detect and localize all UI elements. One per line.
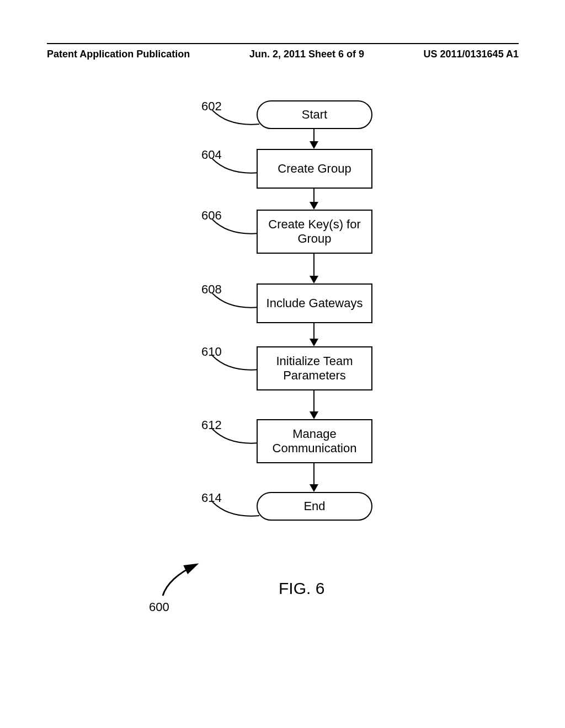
node-manage-comm: Manage Communication bbox=[257, 419, 372, 463]
node-create-group-label: Create Group bbox=[278, 162, 351, 176]
leader-604 bbox=[210, 156, 262, 178]
node-initialize-team-label: Initialize Team Parameters bbox=[258, 354, 371, 383]
ref-600: 600 bbox=[149, 600, 169, 614]
leader-614 bbox=[210, 499, 262, 521]
leader-612 bbox=[210, 426, 262, 448]
node-include-gateways-label: Include Gateways bbox=[266, 296, 363, 311]
node-create-keys: Create Key(s) for Group bbox=[257, 210, 372, 254]
overall-ref-arrow bbox=[154, 561, 204, 600]
node-manage-comm-label: Manage Communication bbox=[258, 427, 371, 456]
node-create-keys-label: Create Key(s) for Group bbox=[258, 217, 371, 247]
leader-610 bbox=[210, 353, 262, 375]
arrow-3 bbox=[313, 254, 315, 282]
arrow-1 bbox=[313, 129, 315, 148]
node-start: Start bbox=[257, 100, 372, 129]
arrow-4 bbox=[313, 323, 315, 345]
leader-608 bbox=[210, 291, 262, 313]
leader-602 bbox=[210, 108, 262, 130]
arrow-6 bbox=[313, 463, 315, 491]
arrow-2 bbox=[313, 189, 315, 208]
flowchart: 602 604 606 608 610 612 614 Start bbox=[0, 0, 565, 728]
node-create-group: Create Group bbox=[257, 149, 372, 189]
arrow-5 bbox=[313, 390, 315, 418]
leader-606 bbox=[210, 217, 262, 239]
figure-caption: FIG. 6 bbox=[279, 579, 324, 598]
node-include-gateways: Include Gateways bbox=[257, 283, 372, 323]
node-end-label: End bbox=[303, 499, 325, 513]
node-initialize-team: Initialize Team Parameters bbox=[257, 346, 372, 390]
node-end: End bbox=[257, 492, 372, 521]
node-start-label: Start bbox=[302, 108, 327, 122]
